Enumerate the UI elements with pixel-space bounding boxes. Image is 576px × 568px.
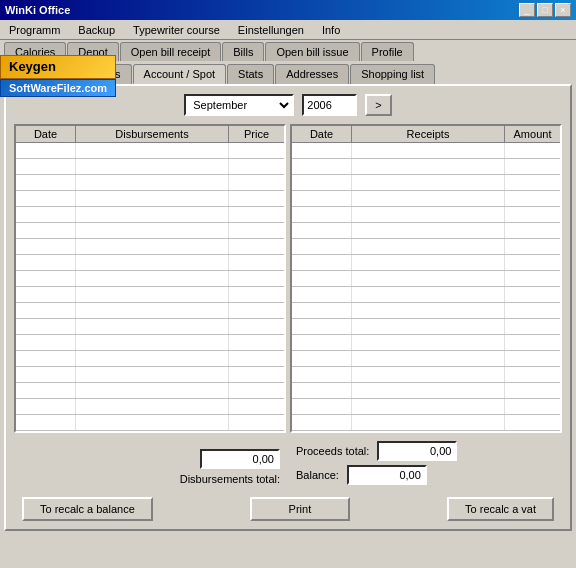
- table-cell: [229, 415, 284, 430]
- tab-shopping-list[interactable]: Shopping list: [350, 64, 435, 84]
- table-cell: [505, 271, 560, 286]
- table-row[interactable]: [292, 303, 560, 319]
- table-cell: [292, 287, 352, 302]
- tab-open-bill-receipt[interactable]: Open bill receipt: [120, 42, 222, 61]
- close-button[interactable]: ×: [555, 3, 571, 17]
- table-row[interactable]: [292, 367, 560, 383]
- menu-backup[interactable]: Backup: [73, 22, 120, 38]
- table-row[interactable]: [16, 207, 284, 223]
- tab-calories[interactable]: Calories: [4, 42, 66, 61]
- table-row[interactable]: [16, 143, 284, 159]
- print-button[interactable]: Print: [250, 497, 350, 521]
- year-input[interactable]: [302, 94, 357, 116]
- table-row[interactable]: [16, 191, 284, 207]
- tab-receipts[interactable]: Receipts: [67, 64, 132, 84]
- table-row[interactable]: [16, 335, 284, 351]
- table-row[interactable]: [16, 303, 284, 319]
- tab-stats[interactable]: Stats: [227, 64, 274, 84]
- maximize-button[interactable]: □: [537, 3, 553, 17]
- tab-addresses[interactable]: Addresses: [275, 64, 349, 84]
- table-row[interactable]: [292, 335, 560, 351]
- table-row[interactable]: [16, 255, 284, 271]
- table-row[interactable]: [16, 367, 284, 383]
- table-cell: [16, 175, 76, 190]
- table-cell: [505, 335, 560, 350]
- table-row[interactable]: [292, 239, 560, 255]
- table-cell: [76, 383, 229, 398]
- table-cell: [16, 383, 76, 398]
- menu-info[interactable]: Info: [317, 22, 345, 38]
- table-cell: [229, 207, 284, 222]
- table-row[interactable]: [292, 383, 560, 399]
- menu-typewriter[interactable]: Typewriter course: [128, 22, 225, 38]
- recalc-vat-button[interactable]: To recalc a vat: [447, 497, 554, 521]
- receipts-table-header: Date Receipts Amount: [292, 126, 560, 143]
- table-cell: [76, 351, 229, 366]
- table-row[interactable]: [292, 287, 560, 303]
- table-cell: [352, 159, 505, 174]
- next-button[interactable]: >: [365, 94, 391, 116]
- table-cell: [16, 271, 76, 286]
- window-controls: _ □ ×: [519, 3, 571, 17]
- table-row[interactable]: [16, 271, 284, 287]
- titlebar: WinKi Office _ □ ×: [0, 0, 576, 20]
- table-row[interactable]: [16, 175, 284, 191]
- table-cell: [505, 287, 560, 302]
- table-row[interactable]: [16, 399, 284, 415]
- minimize-button[interactable]: _: [519, 3, 535, 17]
- table-row[interactable]: [292, 415, 560, 431]
- tab-open-bill-issue[interactable]: Open bill issue: [265, 42, 359, 61]
- tab-row-2: Balance Receipts Account / Spot Stats Ad…: [0, 62, 576, 84]
- table-cell: [505, 399, 560, 414]
- tab-bills[interactable]: Bills: [222, 42, 264, 61]
- table-row[interactable]: [16, 223, 284, 239]
- table-cell: [505, 351, 560, 366]
- proceeds-value: 0,00: [377, 441, 457, 461]
- table-cell: [229, 191, 284, 206]
- table-cell: [352, 383, 505, 398]
- table-row[interactable]: [292, 207, 560, 223]
- tab-profile[interactable]: Profile: [361, 42, 414, 61]
- table-row[interactable]: [292, 223, 560, 239]
- table-cell: [292, 191, 352, 206]
- table-row[interactable]: [16, 383, 284, 399]
- tab-depot[interactable]: Depot: [67, 42, 118, 61]
- table-cell: [505, 143, 560, 158]
- month-select[interactable]: September JanuaryFebruaryMarch AprilMayJ…: [184, 94, 294, 116]
- tab-account-spot[interactable]: Account / Spot: [133, 64, 227, 84]
- menu-einstellungen[interactable]: Einstellungen: [233, 22, 309, 38]
- table-row[interactable]: [292, 191, 560, 207]
- table-cell: [352, 351, 505, 366]
- table-row[interactable]: [292, 175, 560, 191]
- table-row[interactable]: [16, 239, 284, 255]
- table-row[interactable]: [16, 287, 284, 303]
- table-row[interactable]: [16, 351, 284, 367]
- table-row[interactable]: [292, 319, 560, 335]
- recalc-balance-button[interactable]: To recalc a balance: [22, 497, 153, 521]
- table-row[interactable]: [292, 271, 560, 287]
- table-cell: [292, 255, 352, 270]
- table-cell: [352, 287, 505, 302]
- table-cell: [352, 255, 505, 270]
- table-row[interactable]: [292, 159, 560, 175]
- disbursements-table-header: Date Disbursements Price: [16, 126, 284, 143]
- proceeds-row: Proceeds total: 0,00: [296, 441, 562, 461]
- table-row[interactable]: [16, 415, 284, 431]
- table-cell: [229, 143, 284, 158]
- tab-balance[interactable]: Balance: [4, 64, 66, 84]
- table-row[interactable]: [292, 255, 560, 271]
- table-row[interactable]: [292, 143, 560, 159]
- table-cell: [229, 367, 284, 382]
- table-row[interactable]: [16, 159, 284, 175]
- menu-programm[interactable]: Programm: [4, 22, 65, 38]
- table-cell: [352, 223, 505, 238]
- table-cell: [76, 207, 229, 222]
- table-row[interactable]: [16, 319, 284, 335]
- table-row[interactable]: [292, 351, 560, 367]
- table-cell: [352, 271, 505, 286]
- totals-area: 0,00 Disbursements total: Proceeds total…: [14, 441, 562, 485]
- tab-row-1: Calories Depot Open bill receipt Bills O…: [0, 40, 576, 61]
- table-row[interactable]: [292, 399, 560, 415]
- table-cell: [229, 287, 284, 302]
- table-cell: [505, 175, 560, 190]
